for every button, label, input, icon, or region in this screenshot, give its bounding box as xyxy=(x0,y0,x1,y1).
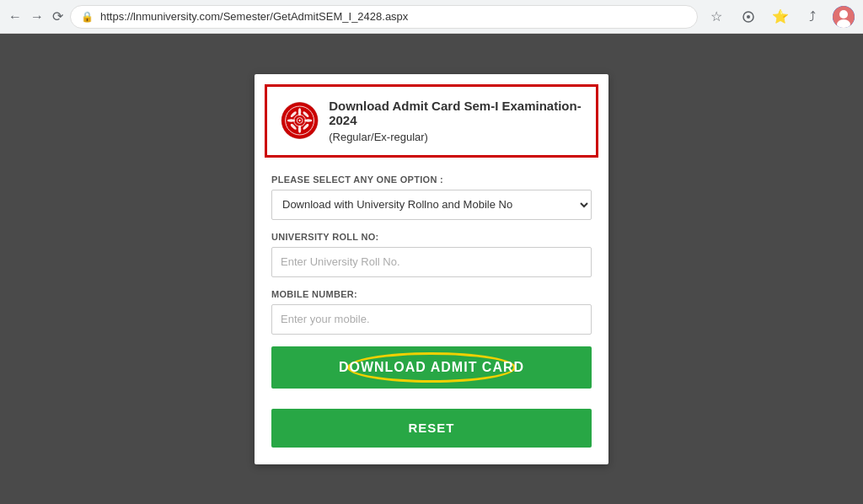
lock-icon: 🔒 xyxy=(81,11,94,23)
header-text: Download Admit Card Sem-I Examination-20… xyxy=(329,99,582,143)
download-button-label: DOWNLOAD ADMIT CARD xyxy=(339,360,524,374)
svg-point-11 xyxy=(304,119,312,121)
page-content: Download Admit Card Sem-I Examination-20… xyxy=(0,34,863,504)
share-icon[interactable]: ⤴ xyxy=(801,5,824,29)
browser-chrome: ← → ⟳ 🔒 https://lnmuniversity.com/Semest… xyxy=(0,0,863,34)
main-card: Download Admit Card Sem-I Examination-20… xyxy=(255,74,608,464)
svg-point-3 xyxy=(839,10,848,19)
url-bar[interactable]: 🔒 https://lnmuniversity.com/Semester/Get… xyxy=(70,5,698,29)
select-group: PLEASE SELECT ANY ONE OPTION : Download … xyxy=(271,174,592,220)
header-title: Download Admit Card Sem-I Examination-20… xyxy=(329,99,582,127)
header-subtitle: (Regular/Ex-regular) xyxy=(329,131,582,143)
reset-button[interactable]: RESET xyxy=(271,409,592,448)
reset-group: RESET xyxy=(271,409,592,448)
reload-icon[interactable]: ⟳ xyxy=(52,8,63,24)
card-header: Download Admit Card Sem-I Examination-20… xyxy=(265,84,598,158)
user-avatar[interactable] xyxy=(833,6,855,28)
browser-nav-buttons: ← → ⟳ xyxy=(8,8,63,24)
select-label: PLEASE SELECT ANY ONE OPTION : xyxy=(271,174,592,185)
bookmark-icon[interactable]: ☆ xyxy=(705,5,728,29)
browser-action-icons: ☆ ⭐ ⤴ xyxy=(705,5,855,29)
mobile-group: MOBILE NUMBER: xyxy=(271,289,592,335)
extension-icon[interactable] xyxy=(737,5,760,29)
svg-point-9 xyxy=(298,126,301,133)
svg-point-10 xyxy=(287,119,295,121)
mobile-input[interactable] xyxy=(271,304,592,335)
university-logo xyxy=(281,99,319,142)
option-select[interactable]: Download with University Rollno and Mobi… xyxy=(271,190,592,220)
reset-button-label: RESET xyxy=(408,421,454,435)
svg-point-8 xyxy=(298,108,301,115)
url-text: https://lnmuniversity.com/Semester/GetAd… xyxy=(100,10,408,23)
back-icon[interactable]: ← xyxy=(8,9,22,24)
favorites-icon[interactable]: ⭐ xyxy=(769,5,792,29)
form-body: PLEASE SELECT ANY ONE OPTION : Download … xyxy=(255,168,608,464)
mobile-label: MOBILE NUMBER: xyxy=(271,289,592,299)
roll-label: UNIVERSITY ROLL NO: xyxy=(271,232,592,242)
svg-point-17 xyxy=(298,120,300,121)
forward-icon[interactable]: → xyxy=(30,9,44,24)
download-admit-card-button[interactable]: DOWNLOAD ADMIT CARD xyxy=(271,346,592,389)
roll-input[interactable] xyxy=(271,247,592,277)
roll-group: UNIVERSITY ROLL NO: xyxy=(271,232,592,277)
download-group: DOWNLOAD ADMIT CARD xyxy=(271,346,592,397)
svg-point-1 xyxy=(747,15,750,19)
